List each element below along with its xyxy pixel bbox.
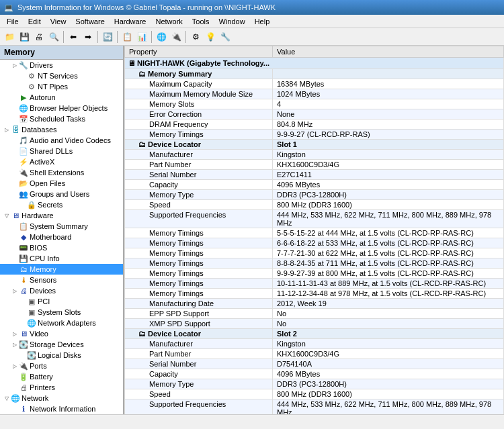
- toolbar-btn-18[interactable]: 🔧: [218, 30, 232, 44]
- tree-expander[interactable]: [11, 147, 19, 155]
- tree-expander[interactable]: [11, 276, 19, 284]
- table-row[interactable]: Manufacturing Date2012, Week 19: [125, 299, 504, 309]
- table-row[interactable]: EPP SPD SupportNo: [125, 309, 504, 319]
- table-row[interactable]: Supported Frequencies444 MHz, 533 MHz, 6…: [125, 210, 504, 228]
- tree-item-drivers[interactable]: ▷🔧Drivers: [0, 60, 123, 70]
- tree-item-databases[interactable]: ▷🗄Databases: [0, 124, 123, 135]
- menu-item-hardware[interactable]: Hardware: [110, 17, 151, 26]
- table-row[interactable]: Serial NumberD754140A: [125, 359, 504, 369]
- table-row[interactable]: Capacity4096 MBytes: [125, 180, 504, 190]
- menu-item-software[interactable]: Software: [71, 17, 108, 26]
- tree-expander[interactable]: [11, 190, 19, 198]
- tree-expander[interactable]: [19, 201, 27, 209]
- menu-item-edit[interactable]: Edit: [24, 17, 45, 26]
- toolbar-btn-16[interactable]: ⚙: [189, 30, 202, 44]
- tree-expander[interactable]: [19, 297, 27, 305]
- tree-item-nt-pipes[interactable]: ⚙NT Pipes: [0, 81, 123, 92]
- tree-item-secrets[interactable]: 🔒Secrets: [0, 199, 123, 210]
- table-row[interactable]: Speed800 MHz (DDR3 1600): [125, 200, 504, 210]
- tree-item-pci[interactable]: ▣PCI: [0, 296, 123, 307]
- tree-item-bios[interactable]: 📟BIOS: [0, 242, 123, 253]
- tree-expander[interactable]: [19, 83, 27, 91]
- tree-expander[interactable]: [11, 265, 19, 273]
- tree-item-printers[interactable]: 🖨Printers: [0, 382, 123, 393]
- table-row[interactable]: Memory Timings9-9-9-27-39 at 800 MHz, at…: [125, 269, 504, 279]
- table-row[interactable]: Memory Timings5-5-5-15-22 at 444 MHz, at…: [125, 228, 504, 238]
- table-row[interactable]: Memory Timings9-9-9-27 (CL-RCD-RP-RAS): [125, 130, 504, 140]
- tree-item-network-adapters[interactable]: 🌐Network Adapters: [0, 318, 123, 328]
- table-row[interactable]: Memory TypeDDR3 (PC3-12800H): [125, 379, 504, 389]
- tree-expander[interactable]: [11, 136, 19, 144]
- toolbar-btn-0[interactable]: 📁: [3, 30, 16, 44]
- table-row[interactable]: Memory Slots4: [125, 99, 504, 109]
- tree-item-shared-dlls[interactable]: 📄Shared DLLs: [0, 146, 123, 156]
- tree-expander[interactable]: [11, 93, 19, 101]
- tree-item-battery[interactable]: 🔋Battery: [0, 371, 123, 382]
- toolbar-btn-17[interactable]: 💡: [204, 30, 217, 44]
- toolbar-btn-3[interactable]: 🔍: [47, 30, 60, 44]
- tree-item-audio-codecs[interactable]: 🎵Audio and Video Codecs: [0, 135, 123, 146]
- tree-expander[interactable]: [11, 104, 19, 112]
- toolbar-btn-2[interactable]: 🖨: [32, 30, 46, 44]
- tree-item-nt-services[interactable]: ⚙NT Services: [0, 70, 123, 81]
- tree-item-system-summary[interactable]: 📋System Summary: [0, 221, 123, 232]
- tree-expander[interactable]: [11, 233, 19, 241]
- tree-item-system-slots[interactable]: ▣System Slots: [0, 307, 123, 318]
- menu-item-window[interactable]: Window: [215, 17, 249, 26]
- table-row[interactable]: Memory Timings10-11-11-31-43 at 889 MHz,…: [125, 279, 504, 289]
- table-row[interactable]: XMP SPD SupportNo: [125, 319, 504, 329]
- tree-item-hardware[interactable]: ▽🖥Hardware: [0, 210, 123, 221]
- tree-item-network-info[interactable]: ℹNetwork Information: [0, 403, 123, 414]
- table-row[interactable]: 🗂 Device LocatorSlot 1: [125, 140, 504, 150]
- tree-expander[interactable]: ▷: [11, 61, 19, 69]
- tree-expander[interactable]: [11, 405, 19, 413]
- toolbar-btn-6[interactable]: ➡: [81, 30, 95, 44]
- table-row[interactable]: DRAM Frequency804.8 MHz: [125, 120, 504, 130]
- tree-expander[interactable]: [11, 222, 19, 230]
- tree-item-logical-disks[interactable]: 💽Logical Disks: [0, 350, 123, 361]
- menu-item-help[interactable]: Help: [251, 17, 274, 26]
- table-row[interactable]: Part NumberKHX1600C9D3/4G: [125, 349, 504, 359]
- tree-item-browser-helper[interactable]: 🌐Browser Helper Objects: [0, 103, 123, 113]
- tree-expander[interactable]: ▷: [3, 126, 11, 134]
- table-row[interactable]: Memory Timings7-7-7-21-30 at 622 MHz, at…: [125, 248, 504, 258]
- tree-item-scheduled-tasks[interactable]: 📅Scheduled Tasks: [0, 113, 123, 124]
- table-row[interactable]: Speed800 MHz (DDR3 1600): [125, 389, 504, 399]
- menu-item-network[interactable]: Network: [151, 17, 186, 26]
- tree-expander[interactable]: [19, 319, 27, 327]
- table-row[interactable]: 🗂 Device LocatorSlot 2: [125, 329, 504, 339]
- table-row[interactable]: Supported Frequencies444 MHz, 533 MHz, 6…: [125, 399, 504, 415]
- table-row[interactable]: Memory Timings11-12-12-34-48 at 978 MHz,…: [125, 289, 504, 299]
- tree-item-activex[interactable]: ⚡ActiveX: [0, 156, 123, 167]
- tree-expander[interactable]: ▽: [3, 211, 11, 220]
- tree-expander[interactable]: [19, 308, 27, 316]
- table-row[interactable]: Memory Timings6-6-6-18-22 at 533 MHz, at…: [125, 238, 504, 248]
- table-row[interactable]: Memory Timings8-8-8-24-35 at 711 MHz, at…: [125, 258, 504, 269]
- toolbar-btn-14[interactable]: 🔌: [169, 30, 183, 44]
- toolbar-btn-13[interactable]: 🌐: [155, 30, 168, 44]
- tree-expander[interactable]: [11, 244, 19, 252]
- tree-item-motherboard[interactable]: ◆Motherboard: [0, 232, 123, 242]
- menu-item-file[interactable]: File: [3, 17, 23, 26]
- table-row[interactable]: ManufacturerKingston: [125, 339, 504, 349]
- tree-expander[interactable]: [11, 254, 19, 263]
- table-row[interactable]: ManufacturerKingston: [125, 150, 504, 160]
- menu-item-tools[interactable]: Tools: [188, 17, 214, 26]
- tree-item-sensors[interactable]: 🌡Sensors: [0, 275, 123, 285]
- tree-item-memory[interactable]: 🗂Memory: [0, 264, 123, 275]
- toolbar-btn-11[interactable]: 📊: [135, 30, 149, 44]
- tree-expander[interactable]: [11, 383, 19, 391]
- table-row[interactable]: 🖥 NIGHT-HAWK (Gigabyte Technology...: [125, 58, 504, 69]
- tree-expander[interactable]: ▷: [11, 362, 19, 370]
- tree-item-autorun[interactable]: ▶Autorun: [0, 92, 123, 103]
- table-row[interactable]: Capacity4096 MBytes: [125, 369, 504, 379]
- tree-item-devices[interactable]: ▷🖨Devices: [0, 285, 123, 296]
- tree-item-open-files[interactable]: 📂Open Files: [0, 178, 123, 189]
- toolbar-btn-10[interactable]: 📋: [120, 30, 134, 44]
- table-row[interactable]: Maximum Capacity16384 MBytes: [125, 79, 504, 89]
- tree-item-storage-devices[interactable]: ▷💽Storage Devices: [0, 339, 123, 350]
- tree-expander[interactable]: [19, 72, 27, 80]
- tree-expander[interactable]: [11, 373, 19, 381]
- toolbar-btn-5[interactable]: ⬅: [67, 30, 80, 44]
- tree-item-shell-ext[interactable]: 🔌Shell Extensions: [0, 167, 123, 178]
